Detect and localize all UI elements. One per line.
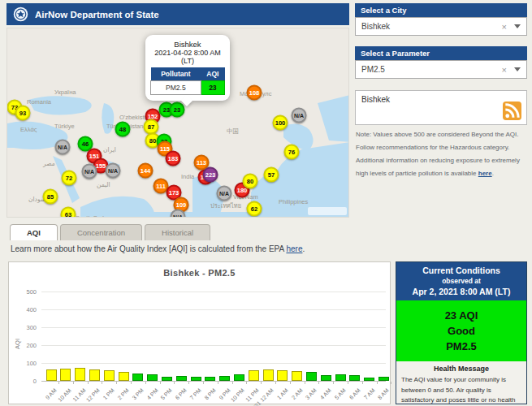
parameter-select[interactable]: PM2.5 ×	[355, 60, 527, 79]
chart-x-label: 3 PM	[131, 387, 145, 401]
chart-bar	[205, 377, 215, 381]
chart-x-tick	[261, 382, 262, 384]
note-period: .	[492, 170, 494, 177]
aqi-marker[interactable]: 48	[115, 122, 131, 137]
note-link[interactable]: here	[478, 170, 492, 177]
chart-bar	[46, 369, 57, 381]
chart-x-label: 8 AM	[377, 387, 390, 400]
chart-bar	[292, 371, 302, 381]
map-country-label: اليمن	[97, 181, 110, 188]
city-select[interactable]: Bishkek ×	[355, 17, 527, 36]
chart-bar	[119, 372, 129, 381]
chart-x-tick	[203, 382, 204, 384]
aqi-marker[interactable]: 76	[284, 145, 300, 160]
clear-parameter-icon[interactable]: ×	[502, 65, 507, 75]
aqi-marker[interactable]: 72	[62, 171, 77, 186]
chart-bar	[132, 374, 143, 381]
aqi-marker[interactable]: 85	[43, 189, 58, 205]
aqi-marker[interactable]: N/A	[82, 164, 97, 179]
chart-bar	[378, 377, 389, 381]
current-conditions-header: Current Conditions observed at Apr 2, 20…	[396, 262, 526, 300]
chart-x-label: 4 PM	[145, 387, 159, 401]
chart-x-label: 9 AM	[45, 387, 58, 400]
aqi-marker[interactable]: 62	[247, 201, 262, 217]
popup-pollutant-value: PM2.5	[151, 81, 201, 95]
chart-bar	[249, 370, 259, 381]
chevron-down-icon[interactable]	[514, 24, 521, 28]
tab-concentration[interactable]: Concentration	[60, 224, 142, 240]
chart-gridline	[41, 292, 386, 292]
app-title: AirNow Department of State	[35, 10, 159, 19]
aqi-marker[interactable]: N/A	[292, 108, 307, 123]
map-country-label: Türkiye	[54, 123, 75, 130]
cc-health-message: Health Message The AQI value for your co…	[396, 361, 526, 406]
aqi-marker[interactable]: 23	[170, 102, 185, 118]
map-country-label: ประเทศไทย	[210, 201, 241, 210]
chart-bar	[335, 374, 346, 381]
chart-x-label: 2 PM	[116, 387, 130, 401]
learn-more-link[interactable]: here	[286, 244, 302, 253]
aqi-marker[interactable]: 144	[138, 163, 154, 179]
chevron-down-icon[interactable]	[514, 67, 521, 71]
aqi-marker[interactable]: 80	[243, 174, 258, 189]
clear-city-icon[interactable]: ×	[502, 22, 507, 32]
aqi-marker[interactable]: 223	[203, 167, 218, 183]
learn-more-period: .	[302, 244, 305, 253]
rss-feed-icon[interactable]	[503, 102, 521, 120]
view-tabs: AQI Concentration Historical	[10, 224, 210, 240]
chart-bar	[104, 370, 115, 381]
chart-x-label: 7 AM	[362, 387, 375, 400]
tab-historical[interactable]: Historical	[145, 224, 210, 240]
cc-category: Good	[396, 323, 526, 339]
chart-x-tick	[377, 382, 378, 384]
aqi-marker[interactable]: 57	[264, 167, 279, 183]
chart-gridline	[41, 327, 386, 328]
select-parameter-header: Select a Parameter	[355, 46, 527, 60]
aqi-marker[interactable]: N/A	[106, 163, 121, 179]
chart-x-tick	[391, 382, 391, 384]
popup-aqi-value: 23	[201, 81, 224, 95]
chart-x-tick	[58, 382, 59, 384]
cc-health-title: Health Message	[401, 365, 521, 373]
chart-bar	[89, 369, 100, 381]
map-country-label: Romania	[27, 98, 51, 106]
chart-x-label: 8 PM	[203, 387, 217, 401]
current-conditions-panel: Current Conditions observed at Apr 2, 20…	[396, 261, 527, 404]
chart-y-tick: 400	[15, 306, 37, 313]
chart-x-label: 6 AM	[348, 387, 361, 400]
aqi-marker[interactable]: 93	[15, 106, 31, 121]
select-city-header: Select a City	[355, 3, 527, 17]
tab-aqi[interactable]: AQI	[10, 224, 58, 240]
learn-more-body: Learn more about how the Air Quality Ind…	[11, 244, 286, 253]
city-select-value: Bishkek	[361, 22, 502, 31]
popup-city: Bishkek	[149, 40, 226, 49]
chart-bar	[306, 372, 317, 381]
aqi-marker[interactable]: N/A	[55, 140, 71, 155]
chart-x-label: 10 AM	[57, 387, 72, 403]
chart-x-tick	[188, 382, 189, 384]
chart-x-label: 1 AM	[276, 387, 289, 400]
aqi-marker[interactable]: 100	[273, 115, 288, 131]
chart-x-label: 4 AM	[319, 387, 332, 400]
chart-x-tick	[131, 382, 132, 384]
chart-x-label: 7 PM	[188, 387, 202, 401]
cc-title: Current Conditions	[398, 266, 525, 275]
chart-x-tick	[174, 382, 175, 384]
chart-bar	[321, 375, 331, 381]
chart-x-tick	[318, 382, 319, 384]
popup-col-pollutant: Pollutant	[151, 67, 201, 81]
chart-bar	[219, 376, 230, 381]
aqi-marker[interactable]: 183	[166, 151, 181, 166]
aqi-map[interactable]: УкраїнаRomaniaTürkiyeΕλλάςO'zbekistonTür…	[6, 28, 349, 218]
map-country-label: ايران	[103, 146, 116, 153]
chart-y-tick: 0	[15, 378, 37, 385]
learn-more-text: Learn more about how the Air Quality Ind…	[11, 244, 305, 253]
map-country-label: مصر	[43, 160, 55, 167]
aqi-marker[interactable]: 108	[247, 85, 262, 101]
cc-pollutant: PM2.5	[396, 339, 526, 354]
aqi-marker[interactable]: N/A	[217, 186, 232, 201]
chart-y-tick: 500	[15, 288, 37, 296]
aqi-marker[interactable]: 63	[61, 207, 76, 218]
chart-x-label: 5 AM	[334, 387, 347, 400]
chart-x-tick	[275, 382, 276, 384]
